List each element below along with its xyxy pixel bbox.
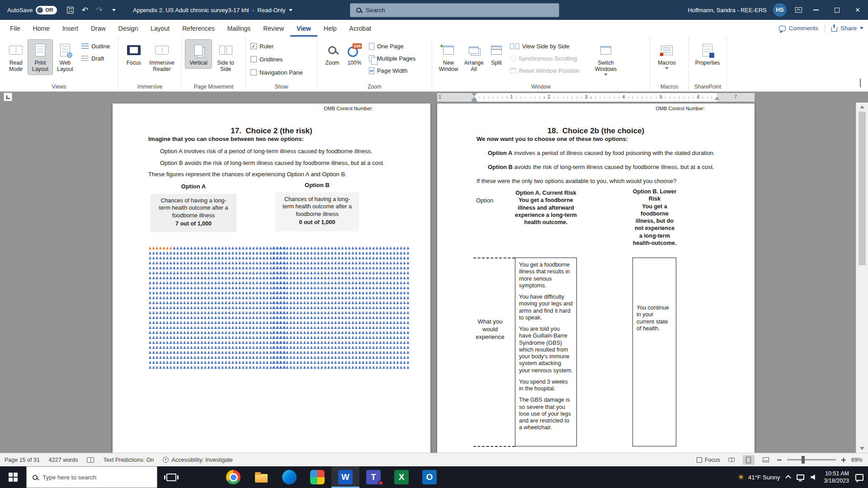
web-layout-button[interactable]: Web Layout xyxy=(52,40,78,75)
save-button[interactable] xyxy=(63,3,78,17)
tab-view[interactable]: View xyxy=(290,20,317,37)
page-width-icon xyxy=(369,67,374,74)
arrange-all-button[interactable]: Arrange All xyxy=(461,40,486,75)
excel-taskbar-button[interactable]: X xyxy=(387,466,415,488)
zoom-percentage[interactable]: 69% xyxy=(851,457,863,463)
left-indent-marker[interactable] xyxy=(472,100,477,102)
tab-mailings[interactable]: Mailings xyxy=(221,20,257,37)
person-icon: ♟ xyxy=(169,251,173,256)
print-layout-button[interactable]: Print Layout xyxy=(28,40,52,75)
hanging-indent-marker[interactable] xyxy=(472,94,477,100)
chrome-taskbar-button[interactable] xyxy=(219,466,247,488)
display-icon[interactable] xyxy=(797,474,804,480)
vertical-scrollbar[interactable] xyxy=(856,103,868,453)
maximize-button[interactable] xyxy=(826,0,847,20)
quick-access-more-button[interactable] xyxy=(107,3,121,17)
zoom-slider-thumb[interactable] xyxy=(802,456,805,464)
tab-home[interactable]: Home xyxy=(27,20,56,37)
comments-button[interactable]: Comments xyxy=(779,25,818,32)
speaker-icon[interactable] xyxy=(811,474,817,480)
tab-stop-selector[interactable] xyxy=(4,93,12,101)
view-side-by-side-button[interactable]: View Side by Side xyxy=(510,41,590,51)
teams-taskbar-button[interactable]: T xyxy=(359,466,387,488)
multiple-pages-button[interactable]: Multiple Pages xyxy=(369,53,415,63)
document-page-18[interactable]: OMB Control Number: 18. Choice 2b (the c… xyxy=(437,103,755,453)
focus-mode-button[interactable]: Focus xyxy=(697,457,720,463)
split-button[interactable]: Split xyxy=(486,40,506,68)
action-center-icon[interactable] xyxy=(855,474,863,481)
print-layout-view-button[interactable] xyxy=(743,455,755,465)
properties-button[interactable]: Properties xyxy=(693,40,722,68)
ribbon-display-options-button[interactable] xyxy=(791,3,806,17)
scroll-up-icon[interactable] xyxy=(860,105,864,108)
tab-help[interactable]: Help xyxy=(317,20,343,37)
close-button[interactable]: × xyxy=(847,0,868,20)
ruler[interactable]: 11234567 xyxy=(437,93,755,102)
draft-button[interactable]: Draft xyxy=(81,53,110,63)
autosave-toggle[interactable]: AutoSave Off xyxy=(7,6,57,14)
tab-design[interactable]: Design xyxy=(112,20,145,37)
person-icon: ♟ xyxy=(341,296,344,300)
weather-widget[interactable]: ☀ 41°F Sunny xyxy=(737,474,780,481)
tab-file[interactable]: File xyxy=(4,20,27,37)
share-button[interactable]: Share xyxy=(831,25,863,32)
show-hidden-icons-icon[interactable] xyxy=(786,475,792,481)
read-mode-view-button[interactable] xyxy=(726,455,737,465)
tab-insert[interactable]: Insert xyxy=(56,20,85,37)
word-taskbar-button[interactable]: W xyxy=(331,466,359,488)
start-button[interactable] xyxy=(0,466,26,488)
vertical-button[interactable]: Vertical xyxy=(185,40,212,68)
page-indicator[interactable]: Page 15 of 31 xyxy=(5,457,40,463)
collapse-ribbon-button[interactable] xyxy=(860,80,861,88)
scrollbar-thumb[interactable] xyxy=(859,112,866,265)
tab-acrobat[interactable]: Acrobat xyxy=(343,20,377,37)
zoom-button[interactable]: Zoom xyxy=(321,40,344,68)
edge-taskbar-button[interactable] xyxy=(275,466,303,488)
word-count[interactable]: 4227 words xyxy=(49,457,78,463)
accessibility-status[interactable]: Accessibility: Investigate xyxy=(163,457,232,463)
web-layout-view-button[interactable] xyxy=(760,455,772,465)
one-page-button[interactable]: One Page xyxy=(369,41,415,51)
zoom-in-button[interactable] xyxy=(841,458,846,462)
page-width-button[interactable]: Page Width xyxy=(369,66,415,75)
right-indent-marker[interactable] xyxy=(714,94,720,100)
task-view-button[interactable] xyxy=(157,466,185,488)
ruler-checkbox[interactable]: Ruler xyxy=(250,41,302,51)
synchronous-scrolling-button[interactable]: Synchronous Scrolling xyxy=(510,53,590,63)
navigation-pane-checkbox[interactable]: Navigation Pane xyxy=(250,67,302,77)
read-mode-button[interactable]: Read Mode xyxy=(4,40,28,75)
user-name[interactable]: Hoffmann, Sandra - REE-ERS xyxy=(688,7,767,14)
minimize-button[interactable] xyxy=(806,0,826,20)
person-icon: ♟ xyxy=(162,335,166,340)
proofing-button[interactable] xyxy=(87,457,94,463)
zoom-slider[interactable] xyxy=(787,459,836,460)
file-explorer-taskbar-button[interactable] xyxy=(247,466,275,488)
undo-button[interactable]: ↶ xyxy=(78,3,92,17)
tab-draw[interactable]: Draw xyxy=(85,20,112,37)
clock[interactable]: 10:51 AM 3/18/2023 xyxy=(824,470,849,485)
tab-review[interactable]: Review xyxy=(257,20,290,37)
reset-window-position-button[interactable]: Reset Window Position xyxy=(510,66,590,75)
immersive-reader-button[interactable]: Immersive Reader xyxy=(146,40,178,75)
document-page-17[interactable]: OMB Control Number: 17. Choice 2 (the ri… xyxy=(113,103,430,453)
tab-references[interactable]: References xyxy=(176,20,221,37)
new-window-button[interactable]: + New Window xyxy=(436,40,461,75)
taskbar-search[interactable]: Type here to search xyxy=(26,466,157,488)
focus-button[interactable]: Focus xyxy=(122,40,146,68)
outlook-taskbar-button[interactable]: O xyxy=(415,466,443,488)
search-box[interactable]: Search xyxy=(350,3,559,17)
outline-button[interactable]: Outline xyxy=(81,41,110,51)
text-predictions[interactable]: Text Predictions: On xyxy=(103,457,154,463)
zoom-out-button[interactable] xyxy=(777,460,782,460)
document-title[interactable]: Appendix 2. US Adult chronic survey3-17 … xyxy=(133,7,292,14)
scroll-down-icon[interactable] xyxy=(860,447,864,450)
avatar[interactable]: HS xyxy=(773,3,787,17)
side-to-side-button[interactable]: Side to Side xyxy=(212,40,240,75)
tab-layout[interactable]: Layout xyxy=(144,20,176,37)
zoom-100-button[interactable]: 100 100% xyxy=(344,40,365,68)
paint-taskbar-button[interactable] xyxy=(303,466,331,488)
redo-button[interactable]: ↷ xyxy=(92,3,107,17)
switch-windows-button[interactable]: Switch Windows xyxy=(590,40,622,77)
macros-button[interactable]: Macros xyxy=(654,40,680,71)
gridlines-checkbox[interactable]: Gridlines xyxy=(250,54,302,64)
